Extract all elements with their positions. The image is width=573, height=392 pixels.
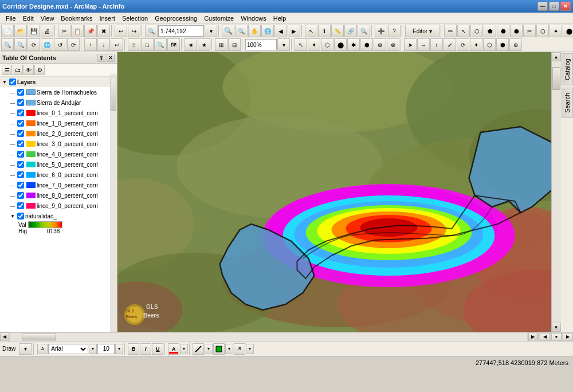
scene-btn[interactable]: 🗺 xyxy=(167,38,180,51)
layer-checkbox-9[interactable] xyxy=(17,182,24,189)
hyperlink-button[interactable]: 🔗 xyxy=(344,25,357,37)
font-size-step-btn[interactable]: ▾ xyxy=(115,344,123,354)
list-item[interactable]: — lince_2_0_percent_corri xyxy=(0,128,117,139)
shadow-dropdown[interactable]: ▾ xyxy=(246,344,254,354)
tool-btn-b9[interactable]: ⊕ xyxy=(509,38,522,51)
italic-button[interactable]: I xyxy=(140,343,151,355)
globe-btn[interactable]: 🌐 xyxy=(41,38,53,51)
list-item[interactable]: — lince_5_0_percent_corri xyxy=(0,159,117,170)
info-button[interactable]: ℹ xyxy=(318,25,331,37)
list-item[interactable]: — Sierra de Andujar xyxy=(0,97,117,108)
tool-btn-a4[interactable]: ⬤ xyxy=(334,38,347,51)
zoom-pct-input[interactable] xyxy=(245,39,277,50)
layer-checkbox-12[interactable] xyxy=(17,213,24,219)
underline-button[interactable]: U xyxy=(152,343,163,355)
new-button[interactable]: 📄 xyxy=(1,25,14,37)
tool-btn-b7[interactable]: ⬡ xyxy=(483,38,496,51)
add-data-button[interactable]: ➕ xyxy=(375,25,387,37)
line-style-dropdown[interactable]: ▾ xyxy=(205,344,213,354)
list-item[interactable]: — lince_1_0_percent_corri xyxy=(0,118,117,128)
menu-help[interactable]: Help xyxy=(270,14,290,23)
minimize-button[interactable]: — xyxy=(537,2,548,11)
tool-btn-a6[interactable]: ⬢ xyxy=(360,38,373,51)
menu-selection[interactable]: Selection xyxy=(119,14,151,23)
vscroll-thumb[interactable] xyxy=(552,67,560,90)
layer-checkbox-3[interactable] xyxy=(17,120,24,127)
toc-options-btn[interactable]: ⚙ xyxy=(34,65,45,75)
print-button[interactable]: 🖨 xyxy=(41,25,53,37)
edit-tool-4[interactable]: ⬟ xyxy=(484,25,496,37)
magnifier-btn[interactable]: 🔍 xyxy=(154,38,167,51)
list-item[interactable]: — lince_9_0_percent_corri xyxy=(0,201,117,211)
expand-icon[interactable]: — xyxy=(9,89,16,96)
expand-icon[interactable]: — xyxy=(9,182,16,189)
vscroll-track[interactable] xyxy=(552,61,561,323)
tool-btn-a7[interactable]: ⊕ xyxy=(374,38,386,51)
edit-tool-3[interactable]: ⬡ xyxy=(470,25,483,37)
open-button[interactable]: 📂 xyxy=(14,25,27,37)
scale-dropdown[interactable]: ▾ xyxy=(205,25,217,37)
expand-icon[interactable]: — xyxy=(9,130,16,137)
search-tab[interactable]: Search xyxy=(562,88,573,118)
redo-button[interactable]: ↪ xyxy=(128,25,140,37)
toc-scrollbar[interactable] xyxy=(110,74,117,332)
hscroll-left-btn[interactable]: ◀ xyxy=(0,332,9,342)
toc-scroll-thumb[interactable] xyxy=(111,77,116,111)
zoom-pct-dropdown[interactable]: ▾ xyxy=(277,38,290,51)
layers-group-checkbox[interactable] xyxy=(9,79,16,85)
list-item[interactable]: — Sierra de Hornachuelos xyxy=(0,87,117,97)
font-size-dropdown[interactable]: ▾ xyxy=(89,344,97,354)
line-color-btn[interactable] xyxy=(193,343,204,355)
edit-tool-7[interactable]: ✂ xyxy=(523,25,536,37)
expand-icon[interactable]: — xyxy=(9,140,16,147)
tool-btn-b1[interactable]: ➤ xyxy=(404,38,417,51)
refresh-btn[interactable]: ⟳ xyxy=(67,38,80,51)
next-extent-button[interactable]: ▶ xyxy=(288,25,300,37)
zoom-in-button[interactable]: 🔍 xyxy=(222,25,234,37)
edit-tool-2[interactable]: ↖ xyxy=(457,25,470,37)
layers-expand-icon[interactable]: ▼ xyxy=(1,79,8,85)
edit-tool-8[interactable]: ⬡ xyxy=(536,25,549,37)
find-button[interactable]: 🔍 xyxy=(358,25,370,37)
paste-button[interactable]: 📌 xyxy=(84,25,97,37)
layer-checkbox-2[interactable] xyxy=(17,109,24,116)
copy-button[interactable]: 📋 xyxy=(71,25,84,37)
layer-checkbox-5[interactable] xyxy=(17,140,24,147)
edit-tool-9[interactable]: ✦ xyxy=(550,25,562,37)
layer-checkbox-0[interactable] xyxy=(17,89,24,96)
layers-group-header[interactable]: ▼ Layers xyxy=(0,77,117,87)
expand-icon[interactable]: — xyxy=(9,192,16,199)
tool-btn-b8[interactable]: ⬢ xyxy=(496,38,509,51)
select-button[interactable]: ↖ xyxy=(305,25,317,37)
list-item[interactable]: — lince_3_0_percent_corri xyxy=(0,139,117,149)
list-item[interactable]: ▼ naturalidad_ xyxy=(0,211,117,221)
tool-btn-b4[interactable]: ⤢ xyxy=(444,38,456,51)
expand-icon[interactable]: ▼ xyxy=(9,213,16,219)
save-button[interactable]: 💾 xyxy=(28,25,40,37)
tool-btn-a8[interactable]: ⊗ xyxy=(387,38,399,51)
draw-dropdown-btn[interactable]: ▾ xyxy=(19,343,32,355)
zoom-pct-btn3[interactable]: ⟳ xyxy=(28,38,40,51)
tool-btn-b3[interactable]: ↕ xyxy=(430,38,443,51)
tool-btn-a5[interactable]: ✱ xyxy=(347,38,360,51)
undo-button[interactable]: ↩ xyxy=(115,25,127,37)
tool-btn-a1[interactable]: ↖ xyxy=(295,38,307,51)
menu-windows[interactable]: Windows xyxy=(237,14,270,23)
cut-button[interactable]: ✂ xyxy=(58,25,70,37)
menu-geoprocessing[interactable]: Geoprocessing xyxy=(151,14,201,23)
menu-bookmarks[interactable]: Bookmarks xyxy=(57,14,96,23)
bookmark-btn1[interactable]: ★ xyxy=(185,38,197,51)
pan-button[interactable]: ✋ xyxy=(248,25,261,37)
toc-visibility-btn[interactable]: 👁 xyxy=(23,65,34,75)
tool-btn-b5[interactable]: ⟳ xyxy=(457,38,469,51)
list-item[interactable]: — lince_7_0_percent_corri xyxy=(0,180,117,190)
expand-icon[interactable]: — xyxy=(9,99,16,106)
toc-btn[interactable]: ≡ xyxy=(128,38,140,51)
menu-edit[interactable]: Edit xyxy=(19,14,37,23)
edit-tool-5[interactable]: ⬣ xyxy=(497,25,509,37)
zoom-out-button[interactable]: 🔍 xyxy=(235,25,248,37)
page-next-btn[interactable]: ▶ xyxy=(563,333,573,341)
layer-checkbox-10[interactable] xyxy=(17,192,24,199)
nav-btn2[interactable]: ↓ xyxy=(97,38,110,51)
layer-checkbox-7[interactable] xyxy=(17,161,24,168)
